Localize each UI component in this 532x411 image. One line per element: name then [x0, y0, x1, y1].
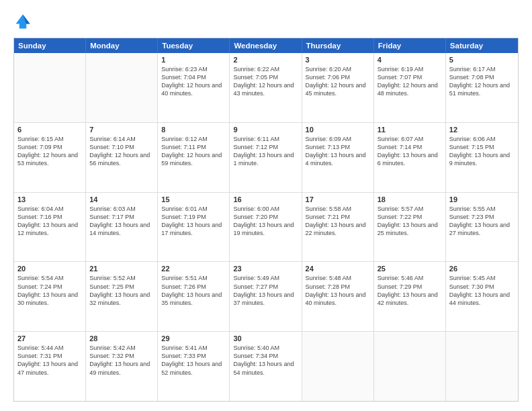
day-number: 18: [378, 195, 442, 203]
day-info: Sunrise: 5:49 AM Sunset: 7:27 PM Dayligh…: [233, 274, 298, 307]
day-info: Sunrise: 5:42 AM Sunset: 7:32 PM Dayligh…: [89, 344, 154, 377]
logo-icon: [13, 12, 32, 31]
day-info: Sunrise: 6:12 AM Sunset: 7:11 PM Dayligh…: [161, 135, 226, 168]
day-number: 20: [17, 265, 82, 273]
day-info: Sunrise: 6:00 AM Sunset: 7:20 PM Dayligh…: [233, 205, 298, 238]
day-info: Sunrise: 5:41 AM Sunset: 7:33 PM Dayligh…: [161, 344, 226, 377]
calendar-cell: 26Sunrise: 5:45 AM Sunset: 7:30 PM Dayli…: [446, 262, 518, 331]
day-number: 14: [89, 195, 154, 203]
calendar-cell: 3Sunrise: 6:20 AM Sunset: 7:06 PM Daylig…: [302, 53, 374, 122]
calendar-row-1: 1Sunrise: 6:23 AM Sunset: 7:04 PM Daylig…: [14, 53, 518, 122]
calendar-row-3: 13Sunrise: 6:04 AM Sunset: 7:16 PM Dayli…: [14, 192, 518, 262]
day-number: 3: [306, 56, 370, 64]
day-info: Sunrise: 6:03 AM Sunset: 7:17 PM Dayligh…: [89, 205, 154, 238]
calendar-cell: 2Sunrise: 6:22 AM Sunset: 7:05 PM Daylig…: [230, 53, 302, 122]
calendar-cell: 23Sunrise: 5:49 AM Sunset: 7:27 PM Dayli…: [230, 262, 302, 331]
calendar-row-5: 27Sunrise: 5:44 AM Sunset: 7:31 PM Dayli…: [14, 331, 518, 401]
day-info: Sunrise: 5:46 AM Sunset: 7:29 PM Dayligh…: [378, 274, 442, 307]
calendar-cell: 13Sunrise: 6:04 AM Sunset: 7:16 PM Dayli…: [14, 193, 86, 262]
day-info: Sunrise: 5:44 AM Sunset: 7:31 PM Dayligh…: [17, 344, 82, 377]
calendar-cell: [302, 332, 374, 401]
calendar-cell: 12Sunrise: 6:06 AM Sunset: 7:15 PM Dayli…: [446, 123, 518, 192]
calendar-cell: [14, 53, 86, 122]
day-info: Sunrise: 5:40 AM Sunset: 7:34 PM Dayligh…: [233, 344, 298, 377]
calendar-header: SundayMondayTuesdayWednesdayThursdayFrid…: [14, 38, 518, 53]
day-number: 9: [233, 126, 298, 134]
calendar-cell: 19Sunrise: 5:55 AM Sunset: 7:23 PM Dayli…: [446, 193, 518, 262]
day-info: Sunrise: 6:22 AM Sunset: 7:05 PM Dayligh…: [233, 65, 298, 98]
calendar-cell: 20Sunrise: 5:54 AM Sunset: 7:24 PM Dayli…: [14, 262, 86, 331]
day-number: 28: [89, 334, 154, 342]
day-info: Sunrise: 6:06 AM Sunset: 7:15 PM Dayligh…: [449, 135, 515, 168]
day-number: 13: [17, 195, 82, 203]
day-info: Sunrise: 6:23 AM Sunset: 7:04 PM Dayligh…: [161, 65, 226, 98]
day-info: Sunrise: 6:11 AM Sunset: 7:12 PM Dayligh…: [233, 135, 298, 168]
day-info: Sunrise: 6:14 AM Sunset: 7:10 PM Dayligh…: [89, 135, 154, 168]
day-info: Sunrise: 5:51 AM Sunset: 7:26 PM Dayligh…: [161, 274, 226, 307]
header-day-thursday: Thursday: [302, 38, 374, 53]
header-day-friday: Friday: [374, 38, 446, 53]
calendar-cell: 21Sunrise: 5:52 AM Sunset: 7:25 PM Dayli…: [86, 262, 158, 331]
day-info: Sunrise: 5:52 AM Sunset: 7:25 PM Dayligh…: [89, 274, 154, 307]
header-day-monday: Monday: [86, 38, 158, 53]
day-info: Sunrise: 5:48 AM Sunset: 7:28 PM Dayligh…: [306, 274, 370, 307]
logo: [13, 12, 35, 31]
calendar-cell: [374, 332, 446, 401]
calendar-cell: 10Sunrise: 6:09 AM Sunset: 7:13 PM Dayli…: [302, 123, 374, 192]
day-info: Sunrise: 6:20 AM Sunset: 7:06 PM Dayligh…: [306, 65, 370, 98]
day-number: 10: [306, 126, 370, 134]
day-number: 12: [449, 126, 515, 134]
page: SundayMondayTuesdayWednesdayThursdayFrid…: [0, 0, 532, 411]
calendar-row-2: 6Sunrise: 6:15 AM Sunset: 7:09 PM Daylig…: [14, 122, 518, 192]
day-number: 15: [161, 195, 226, 203]
day-number: 30: [233, 334, 298, 342]
day-info: Sunrise: 5:58 AM Sunset: 7:21 PM Dayligh…: [306, 205, 370, 238]
day-number: 27: [17, 334, 82, 342]
calendar-cell: [86, 53, 158, 122]
calendar-cell: 16Sunrise: 6:00 AM Sunset: 7:20 PM Dayli…: [230, 193, 302, 262]
day-number: 21: [89, 265, 154, 273]
calendar-cell: 6Sunrise: 6:15 AM Sunset: 7:09 PM Daylig…: [14, 123, 86, 192]
day-number: 6: [17, 126, 82, 134]
day-info: Sunrise: 5:45 AM Sunset: 7:30 PM Dayligh…: [449, 274, 515, 307]
day-info: Sunrise: 6:17 AM Sunset: 7:08 PM Dayligh…: [449, 65, 515, 98]
day-info: Sunrise: 6:15 AM Sunset: 7:09 PM Dayligh…: [17, 135, 82, 168]
day-info: Sunrise: 6:19 AM Sunset: 7:07 PM Dayligh…: [378, 65, 442, 98]
day-number: 2: [233, 56, 298, 64]
calendar-cell: 11Sunrise: 6:07 AM Sunset: 7:14 PM Dayli…: [374, 123, 446, 192]
day-info: Sunrise: 5:55 AM Sunset: 7:23 PM Dayligh…: [449, 205, 515, 238]
calendar-cell: 8Sunrise: 6:12 AM Sunset: 7:11 PM Daylig…: [158, 123, 230, 192]
calendar-cell: 29Sunrise: 5:41 AM Sunset: 7:33 PM Dayli…: [158, 332, 230, 401]
calendar: SundayMondayTuesdayWednesdayThursdayFrid…: [13, 38, 519, 402]
day-info: Sunrise: 6:04 AM Sunset: 7:16 PM Dayligh…: [17, 205, 82, 238]
calendar-cell: 1Sunrise: 6:23 AM Sunset: 7:04 PM Daylig…: [158, 53, 230, 122]
day-info: Sunrise: 5:57 AM Sunset: 7:22 PM Dayligh…: [378, 205, 442, 238]
calendar-cell: 17Sunrise: 5:58 AM Sunset: 7:21 PM Dayli…: [302, 193, 374, 262]
calendar-cell: 5Sunrise: 6:17 AM Sunset: 7:08 PM Daylig…: [446, 53, 518, 122]
day-number: 19: [449, 195, 515, 203]
header-day-sunday: Sunday: [14, 38, 86, 53]
day-number: 17: [306, 195, 370, 203]
calendar-cell: 18Sunrise: 5:57 AM Sunset: 7:22 PM Dayli…: [374, 193, 446, 262]
calendar-cell: 7Sunrise: 6:14 AM Sunset: 7:10 PM Daylig…: [86, 123, 158, 192]
day-number: 23: [233, 265, 298, 273]
calendar-body: 1Sunrise: 6:23 AM Sunset: 7:04 PM Daylig…: [14, 53, 518, 401]
day-number: 24: [306, 265, 370, 273]
calendar-cell: 27Sunrise: 5:44 AM Sunset: 7:31 PM Dayli…: [14, 332, 86, 401]
day-info: Sunrise: 5:54 AM Sunset: 7:24 PM Dayligh…: [17, 274, 82, 307]
calendar-cell: 14Sunrise: 6:03 AM Sunset: 7:17 PM Dayli…: [86, 193, 158, 262]
day-number: 25: [378, 265, 442, 273]
header-day-wednesday: Wednesday: [230, 38, 302, 53]
header-day-saturday: Saturday: [446, 38, 518, 53]
calendar-row-4: 20Sunrise: 5:54 AM Sunset: 7:24 PM Dayli…: [14, 261, 518, 331]
calendar-cell: 15Sunrise: 6:01 AM Sunset: 7:19 PM Dayli…: [158, 193, 230, 262]
header-day-tuesday: Tuesday: [158, 38, 230, 53]
header: [13, 12, 519, 31]
calendar-cell: 4Sunrise: 6:19 AM Sunset: 7:07 PM Daylig…: [374, 53, 446, 122]
calendar-cell: 28Sunrise: 5:42 AM Sunset: 7:32 PM Dayli…: [86, 332, 158, 401]
calendar-cell: 22Sunrise: 5:51 AM Sunset: 7:26 PM Dayli…: [158, 262, 230, 331]
day-number: 7: [89, 126, 154, 134]
day-info: Sunrise: 6:01 AM Sunset: 7:19 PM Dayligh…: [161, 205, 226, 238]
calendar-cell: 25Sunrise: 5:46 AM Sunset: 7:29 PM Dayli…: [374, 262, 446, 331]
day-number: 29: [161, 334, 226, 342]
